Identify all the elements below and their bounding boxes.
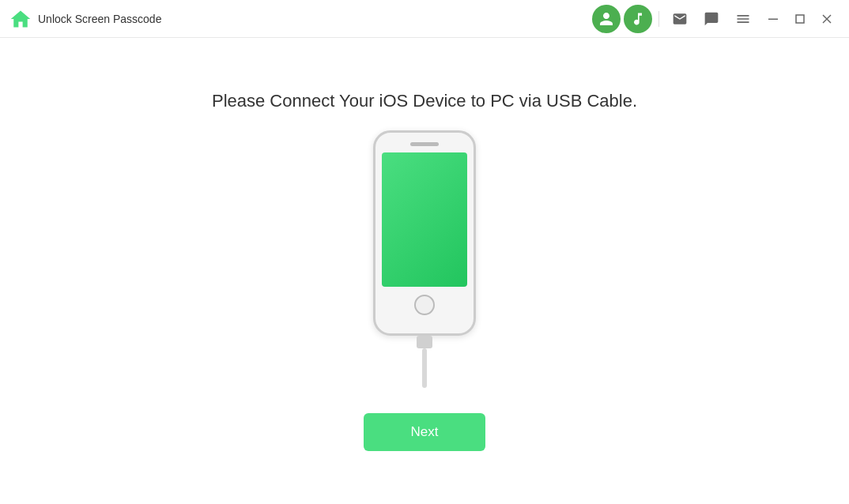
usb-connector (417, 336, 432, 348)
account-icon-button[interactable] (592, 5, 621, 33)
menu-icon-button[interactable] (729, 5, 757, 33)
next-button[interactable]: Next (364, 413, 486, 451)
close-icon (822, 14, 832, 24)
hamburger-menu-icon (735, 11, 751, 27)
phone-body (373, 130, 476, 336)
phone-speaker (410, 142, 439, 146)
usb-cable (417, 336, 432, 388)
mail-icon (672, 11, 688, 27)
svg-rect-2 (796, 15, 804, 23)
phone-home-button (414, 295, 435, 315)
chat-icon (704, 11, 719, 27)
titlebar-divider (658, 11, 659, 27)
window-controls (760, 6, 840, 32)
mail-icon-button[interactable] (666, 5, 694, 33)
cable-wire (422, 348, 427, 388)
app-title: Unlock Screen Passcode (38, 13, 161, 25)
minimize-button[interactable] (760, 6, 786, 32)
minimize-icon (768, 14, 778, 24)
titlebar-left: Unlock Screen Passcode (9, 8, 161, 30)
music-note-icon (630, 11, 646, 27)
account-icon (598, 11, 614, 27)
main-content: Please Connect Your iOS Device to PC via… (0, 38, 849, 504)
chat-icon-button[interactable] (697, 5, 726, 33)
svg-rect-1 (768, 18, 778, 20)
instruction-text: Please Connect Your iOS Device to PC via… (212, 91, 637, 111)
maximize-button[interactable] (787, 6, 813, 32)
phone-illustration (373, 130, 476, 388)
titlebar: Unlock Screen Passcode (0, 0, 849, 38)
app-home-icon (9, 8, 32, 30)
titlebar-right (592, 5, 840, 33)
maximize-icon (795, 14, 805, 24)
close-button[interactable] (814, 6, 840, 32)
svg-marker-0 (11, 10, 31, 27)
feature-icon-button[interactable] (624, 5, 652, 33)
phone-screen (382, 152, 467, 287)
